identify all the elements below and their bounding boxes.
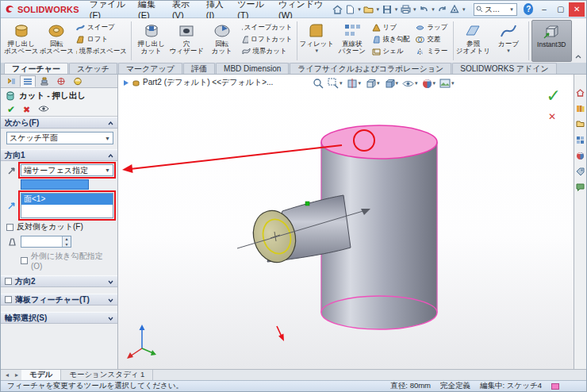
reverse-direction-icon[interactable] bbox=[6, 165, 17, 175]
extruded-cut-button[interactable]: 押し出し カット bbox=[134, 20, 169, 62]
section-selected-contours-header[interactable]: 輪郭選択(S) bbox=[1, 312, 117, 324]
undo-icon[interactable] bbox=[418, 2, 430, 16]
curves-button[interactable]: カーブ ▾ bbox=[491, 20, 526, 62]
revolved-cut-button[interactable]: 回転 カット bbox=[205, 20, 240, 62]
surface-selection-list[interactable]: 面<1> bbox=[21, 193, 113, 218]
hide-show-items-icon[interactable]: ▾ bbox=[402, 79, 418, 88]
undo-dropdown-icon[interactable]: ▾ bbox=[431, 6, 436, 13]
direction2-checkbox[interactable] bbox=[5, 278, 12, 285]
shell-button[interactable]: シェル bbox=[370, 46, 414, 56]
tab-scroll-left-icon[interactable]: ◂ bbox=[2, 370, 12, 380]
lofted-boss-button[interactable]: ロフト bbox=[75, 34, 129, 44]
display-style-icon[interactable]: ▾ bbox=[384, 78, 399, 89]
boundary-cut-button[interactable]: 境界カット bbox=[240, 46, 294, 56]
revolved-boss-base-button[interactable]: 回転 ボスベース bbox=[40, 20, 75, 62]
swept-boss-button[interactable]: スイープ bbox=[75, 22, 129, 33]
tab-motion-study[interactable]: モーションスタディ 1 bbox=[61, 370, 153, 380]
minimize-button[interactable]: – bbox=[536, 2, 552, 17]
rebuild-icon[interactable] bbox=[449, 2, 461, 16]
forum-icon[interactable] bbox=[576, 183, 585, 192]
section-view-icon[interactable]: ▾ bbox=[347, 78, 362, 89]
new-file-dropdown-icon[interactable]: ▾ bbox=[357, 6, 363, 13]
flip-side-to-cut-checkbox[interactable]: 反対側をカット(F) bbox=[6, 221, 113, 233]
reference-geometry-button[interactable]: 参照 ジオメトリ bbox=[456, 20, 491, 62]
breadcrumb[interactable]: Part2 (デフォルト) <<デフォルト>... bbox=[123, 77, 273, 88]
direction-reference-field[interactable] bbox=[21, 179, 89, 190]
from-condition-select[interactable]: スケッチ平面 ▼ bbox=[6, 132, 113, 144]
rebuild-dropdown-icon[interactable]: ▾ bbox=[462, 6, 467, 13]
instant3d-button[interactable]: Instant3D bbox=[531, 20, 572, 62]
featuremanager-tree-tab[interactable] bbox=[3, 75, 19, 87]
flyout-tree-arrow-icon[interactable] bbox=[123, 79, 129, 86]
extruded-boss-base-button[interactable]: 押し出し ボスベース bbox=[4, 20, 39, 62]
section-thin-feature-header[interactable]: 薄板フィーチャー(T) bbox=[1, 294, 117, 306]
tab-markup[interactable]: マークアップ bbox=[118, 63, 182, 74]
cancel-button[interactable]: ✖ bbox=[23, 105, 30, 115]
section-from-header[interactable]: 次から(F) bbox=[1, 117, 117, 129]
tab-lifecycle-collaboration[interactable]: ライフサイクルおよびコラボレーション bbox=[290, 63, 451, 74]
configurationmanager-tab[interactable] bbox=[36, 75, 52, 87]
maximize-button[interactable]: ▢ bbox=[553, 2, 569, 17]
zoom-area-icon[interactable]: ▾ bbox=[328, 78, 343, 89]
new-file-icon[interactable] bbox=[344, 2, 356, 16]
draft-outward-checkbox[interactable]: 外側に抜き勾配指定(O) bbox=[21, 251, 113, 271]
intersect-button[interactable]: 交差 bbox=[414, 34, 450, 44]
wrap-button[interactable]: ラップ bbox=[414, 22, 450, 33]
fillet-dropdown-icon[interactable]: ▾ bbox=[313, 48, 320, 54]
model-3d-part[interactable] bbox=[118, 75, 574, 369]
open-file-dropdown-icon[interactable]: ▾ bbox=[375, 6, 381, 13]
tab-sketch[interactable]: スケッチ bbox=[69, 63, 117, 74]
appearances-scenes-icon[interactable] bbox=[576, 151, 585, 160]
design-library-icon[interactable] bbox=[576, 103, 585, 113]
dimxpertmanager-tab[interactable] bbox=[53, 75, 69, 87]
selected-top-face[interactable] bbox=[321, 125, 437, 159]
zoom-fit-icon[interactable] bbox=[313, 78, 324, 89]
confirmation-corner-ok[interactable]: ✓ bbox=[547, 86, 561, 106]
print-icon[interactable] bbox=[400, 2, 412, 16]
redo-icon[interactable] bbox=[436, 2, 448, 16]
spinner-arrows[interactable]: ▲▼ bbox=[62, 236, 71, 247]
search-input[interactable]: ス... ▾ bbox=[474, 3, 517, 16]
tab-model[interactable]: モデル bbox=[21, 370, 61, 380]
tab-features[interactable]: フィーチャー bbox=[4, 63, 68, 74]
search-dropdown-icon[interactable]: ▾ bbox=[508, 6, 515, 13]
help-button[interactable]: ? bbox=[524, 3, 533, 15]
tab-solidworks-addins[interactable]: SOLIDWORKS アドイン bbox=[452, 63, 557, 74]
linear-pattern-button[interactable]: 直線状 パターン bbox=[335, 20, 370, 62]
file-explorer-icon[interactable] bbox=[576, 119, 585, 129]
hole-wizard-button[interactable]: 穴 ウィザード bbox=[170, 20, 205, 62]
tab-evaluate[interactable]: 評価 bbox=[183, 63, 215, 74]
selected-face-item[interactable]: 面<1> bbox=[21, 194, 113, 205]
custom-properties-icon[interactable] bbox=[576, 167, 585, 176]
tab-scroll-right-icon[interactable]: ▸ bbox=[12, 370, 21, 380]
tab-mbd-dimension[interactable]: MBD Dimension bbox=[216, 63, 289, 74]
thin-feature-checkbox[interactable] bbox=[5, 296, 12, 303]
confirmation-corner-cancel[interactable]: ✕ bbox=[548, 111, 556, 122]
swept-cut-button[interactable]: スイープカット bbox=[240, 22, 294, 33]
boundary-boss-button[interactable]: 境界ボスベース bbox=[75, 46, 129, 56]
close-button[interactable]: ✕ bbox=[569, 2, 585, 17]
edit-appearance-icon[interactable]: ▾ bbox=[422, 79, 436, 89]
print-dropdown-icon[interactable]: ▾ bbox=[412, 6, 417, 13]
save-icon[interactable] bbox=[382, 2, 393, 16]
ok-button[interactable]: ✔ bbox=[7, 104, 15, 115]
mirror-button[interactable]: ミラー bbox=[414, 46, 450, 56]
view-orientation-icon[interactable]: ▾ bbox=[365, 78, 380, 89]
preview-eye-icon[interactable] bbox=[38, 105, 49, 114]
scene-icon[interactable]: ▾ bbox=[439, 79, 455, 88]
fillet-button[interactable]: フィレット ▾ bbox=[299, 20, 334, 62]
draft-button[interactable]: 抜き勾配 bbox=[370, 34, 414, 44]
displaymanager-tab[interactable] bbox=[70, 75, 86, 87]
open-file-icon[interactable] bbox=[363, 2, 374, 16]
view-palette-icon[interactable] bbox=[576, 135, 585, 144]
end-condition-select[interactable]: 端サーフェス指定 ▼ bbox=[21, 164, 113, 176]
section-direction1-header[interactable]: 方向1 bbox=[1, 149, 117, 161]
propertymanager-tab[interactable] bbox=[20, 75, 36, 87]
curves-dropdown-icon[interactable]: ▾ bbox=[505, 48, 512, 54]
spinner-down-icon[interactable]: ▼ bbox=[63, 242, 71, 248]
save-dropdown-icon[interactable]: ▾ bbox=[393, 6, 399, 13]
ribbon-collapse-icon[interactable] bbox=[573, 51, 585, 62]
lofted-cut-button[interactable]: ロフトカット bbox=[240, 34, 294, 44]
graphics-viewport[interactable]: Part2 (デフォルト) <<デフォルト>... ▾ ▾ ▾ ▾ ▾ ▾ ▾ bbox=[118, 75, 574, 369]
draft-angle-input[interactable]: ▲▼ bbox=[21, 236, 71, 248]
